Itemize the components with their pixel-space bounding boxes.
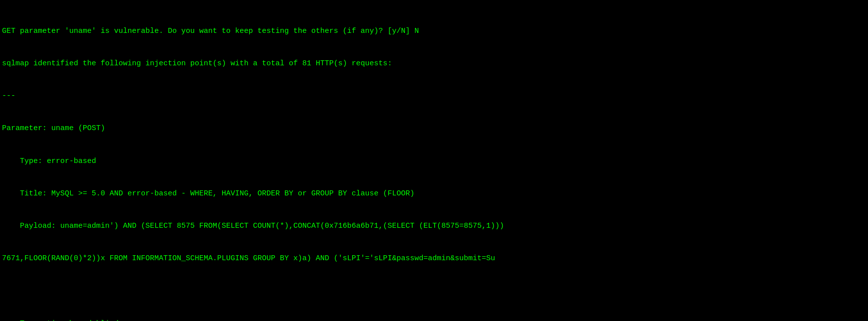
terminal-line-6: Title: MySQL >= 5.0 AND error-based - WH… — [2, 188, 866, 199]
terminal-line-7: Payload: uname=admin') AND (SELECT 8575 … — [2, 221, 866, 232]
terminal-output: GET parameter 'uname' is vulnerable. Do … — [2, 4, 866, 321]
terminal-line-1: GET parameter 'uname' is vulnerable. Do … — [2, 26, 866, 37]
terminal-line-5: Type: error-based — [2, 156, 866, 167]
terminal-line-3: --- — [2, 91, 866, 102]
terminal-line-10: Type: time-based blind — [2, 319, 866, 321]
terminal-line-9 — [2, 286, 866, 297]
terminal-line-4: Parameter: uname (POST) — [2, 123, 866, 134]
terminal-line-8: 7671,FLOOR(RAND(0)*2))x FROM INFORMATION… — [2, 253, 866, 264]
terminal-line-2: sqlmap identified the following injectio… — [2, 58, 866, 69]
